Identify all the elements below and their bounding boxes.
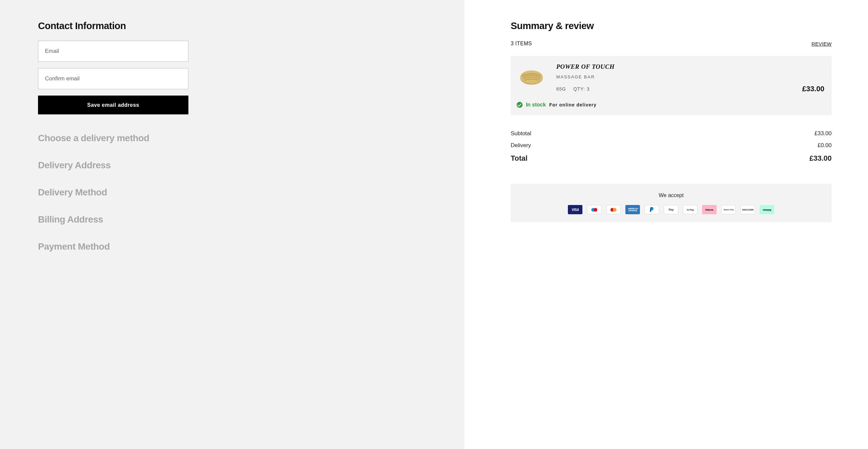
step-delivery-address: Delivery Address — [38, 160, 188, 171]
product-price: £33.00 — [802, 85, 825, 93]
amex-icon: AMERICANEXPRESS — [625, 205, 640, 214]
subtotal-value: £33.00 — [814, 130, 832, 137]
stock-sub-label: For online delivery — [549, 102, 596, 108]
step-delivery-method: Delivery Method — [38, 187, 188, 198]
review-link[interactable]: REVIEW — [811, 41, 832, 47]
diners-club-icon: Diners Club — [721, 205, 736, 214]
total-label: Total — [511, 154, 528, 163]
contact-info-heading: Contact Information — [38, 21, 188, 31]
product-size: 65G — [556, 86, 566, 92]
save-email-button[interactable]: Save email address — [38, 95, 188, 114]
subtotal-label: Subtotal — [511, 130, 531, 137]
product-name: POWER OF TOUCH — [556, 63, 825, 70]
accept-label: We accept — [517, 192, 825, 199]
apple-pay-icon: Pay — [664, 205, 678, 214]
summary-panel: Summary & review 3 ITEMS REVIEW POWER OF… — [464, 0, 868, 449]
visa-icon: VISA — [568, 205, 582, 214]
delivery-value: £0.00 — [817, 142, 832, 149]
checkout-form-panel: Contact Information Save email address C… — [0, 0, 464, 449]
step-payment-method: Payment Method — [38, 241, 188, 252]
paypal-icon — [645, 205, 659, 214]
maestro-icon — [587, 205, 601, 214]
delivery-label: Delivery — [511, 142, 531, 149]
stock-status: In stock — [526, 102, 546, 108]
product-subtitle: MASSAGE BAR — [556, 74, 825, 79]
product-qty: QTY: 3 — [573, 86, 590, 92]
step-choose-delivery-method: Choose a delivery method — [38, 133, 188, 144]
step-billing-address: Billing Address — [38, 214, 188, 225]
items-count-label: 3 ITEMS — [511, 41, 532, 47]
klarna-icon: Klarna. — [702, 205, 717, 214]
email-input[interactable] — [38, 41, 188, 62]
totals-block: Subtotal £33.00 Delivery £0.00 Total £33… — [511, 130, 832, 163]
clearpay-icon: clearpay — [760, 205, 774, 214]
mastercard-icon — [606, 205, 621, 214]
total-value: £33.00 — [809, 154, 832, 163]
product-image — [517, 66, 547, 89]
discover-icon: DISCOVER — [740, 205, 755, 214]
confirm-email-input[interactable] — [38, 68, 188, 89]
google-pay-icon: G Pay — [683, 205, 698, 214]
product-card: POWER OF TOUCH MASSAGE BAR 65G QTY: 3 £3… — [511, 56, 832, 115]
payment-methods-box: We accept VISA AMERICANEXPRESS Pay G Pay… — [511, 184, 832, 222]
check-circle-icon — [517, 102, 523, 108]
payment-logos-grid: VISA AMERICANEXPRESS Pay G Pay Klarna. D… — [517, 205, 825, 214]
summary-heading: Summary & review — [511, 21, 832, 31]
